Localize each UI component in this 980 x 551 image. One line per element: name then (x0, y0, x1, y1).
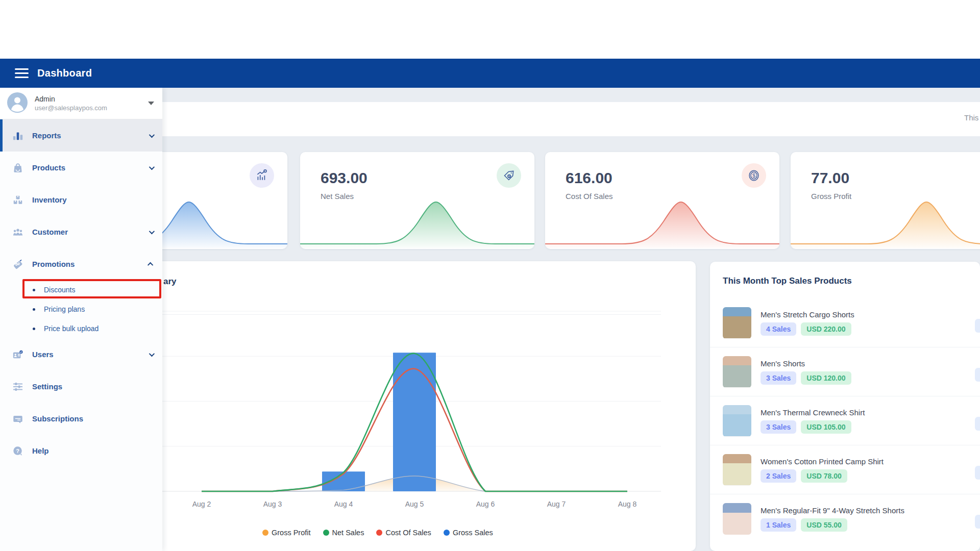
stat-value: 693.00 (321, 169, 368, 187)
bullet-icon (33, 328, 35, 330)
chevron-down-icon (149, 164, 155, 169)
price-tag-icon: $ (497, 163, 521, 188)
legend-dot-icon (376, 530, 382, 536)
sales-count-badge: 1 Sales (761, 518, 796, 532)
dollar-coin-icon: $ (742, 163, 766, 188)
top-products-panel: This Month Top Sales Products Men's Stre… (710, 262, 980, 551)
sidebar-menu: Reports Products Inventory Customer Prom… (0, 119, 162, 467)
sidebar-item-label: Inventory (32, 195, 153, 204)
sales-count-badge: 2 Sales (761, 469, 796, 483)
sidebar-item-help[interactable]: ? Help (0, 435, 162, 467)
bar-chart-icon (11, 130, 24, 142)
clipped-badge-edge (975, 368, 980, 382)
date-range-selector-label[interactable]: This (964, 113, 978, 122)
top-products-list: Men's Stretch Cargo Shorts 4 Sales USD 2… (710, 298, 980, 543)
account-email: user@salesplaypos.com (35, 104, 148, 112)
sidebar-item-label: Users (32, 350, 149, 359)
bullet-icon (33, 289, 35, 291)
sidebar-item-customer[interactable]: Customer (0, 216, 162, 248)
sales-count-badge: 4 Sales (761, 322, 796, 336)
x-axis-label: Aug 3 (263, 500, 282, 508)
product-name: Men's Thermal Crewneck Shirt (761, 408, 865, 417)
boxes-icon (11, 194, 24, 206)
product-image (723, 405, 751, 437)
legend-dot-icon (444, 530, 450, 536)
sidebar-item-subscriptions[interactable]: Subscriptions (0, 403, 162, 435)
sidebar-item-label: Settings (32, 382, 153, 391)
page-title: Dashboard (37, 67, 92, 79)
stat-value: 77.00 (811, 169, 849, 187)
x-axis-label: Aug 4 (334, 500, 353, 508)
product-name: Men's Regular-Fit 9" 4-Way Stretch Short… (761, 506, 904, 515)
chevron-down-icon[interactable] (148, 102, 154, 105)
product-name: Women's Cotton Printed Camp Shirt (761, 457, 884, 466)
sidebar: Admin user@salesplaypos.com Reports Prod… (0, 88, 162, 551)
sidebar-subitem-price-bulk-upload[interactable]: Price bulk upload (0, 319, 162, 338)
spark-curve (791, 195, 980, 248)
legend-item-gross-sales[interactable]: Gross Sales (444, 529, 493, 537)
legend-label: Gross Sales (453, 529, 493, 537)
avatar (7, 92, 28, 115)
legend-label: Cost Of Sales (385, 529, 431, 537)
product-image (723, 454, 751, 486)
sidebar-subitem-discounts[interactable]: Discounts (0, 280, 162, 299)
chart-legend: Gross ProfitNet SalesCost Of SalesGross … (262, 529, 493, 537)
chevron-down-icon (149, 228, 155, 234)
sidebar-item-users[interactable]: Users (0, 338, 162, 370)
price-badge: USD 220.00 (801, 322, 851, 336)
sidebar-item-label: Promotions (32, 260, 149, 268)
sidebar-item-inventory[interactable]: Inventory (0, 184, 162, 216)
product-image (723, 307, 751, 339)
legend-label: Gross Profit (272, 529, 311, 537)
sidebar-item-products[interactable]: Products (0, 152, 162, 184)
hamburger-menu-icon[interactable] (15, 68, 29, 78)
discount-tag-icon (11, 258, 24, 270)
sidebar-item-settings[interactable]: Settings (0, 370, 162, 403)
top-products-title: This Month Top Sales Products (723, 276, 852, 286)
sidebar-subitem-pricing-plans[interactable]: Pricing plans (0, 299, 162, 319)
top-product-row: Men's Thermal Crewneck Shirt 3 Sales USD… (710, 396, 980, 445)
price-badge: USD 105.00 (801, 420, 851, 434)
legend-item-net-sales[interactable]: Net Sales (323, 529, 364, 537)
stat-card-net-sales: 693.00Net Sales $ (300, 152, 534, 249)
x-axis-label: Aug 6 (476, 500, 495, 508)
spark-curve (545, 195, 779, 248)
sidebar-item-label: Subscriptions (32, 414, 153, 423)
top-product-row: Women's Cotton Printed Camp Shirt 2 Sale… (710, 445, 980, 494)
product-image (723, 503, 751, 535)
account-name: Admin (35, 95, 148, 103)
chevron-down-icon (149, 350, 155, 356)
top-product-row: Men's Regular-Fit 9" 4-Way Stretch Short… (710, 494, 980, 543)
id-card-icon (11, 348, 24, 361)
spark-curve (300, 195, 534, 248)
account-menu[interactable]: Admin user@salesplaypos.com (0, 88, 162, 119)
shopping-bag-icon (11, 162, 24, 174)
app-header: Dashboard (0, 59, 980, 88)
legend-dot-icon (262, 530, 268, 536)
price-badge: USD 120.00 (801, 371, 851, 385)
sidebar-item-reports[interactable]: Reports (0, 119, 162, 152)
product-image (723, 356, 751, 388)
top-product-row: Men's Stretch Cargo Shorts 4 Sales USD 2… (710, 298, 980, 347)
price-badge: USD 78.00 (801, 469, 847, 483)
sales-count-badge: 3 Sales (761, 371, 796, 385)
bullet-icon (33, 308, 35, 311)
people-icon (11, 226, 24, 238)
stat-value: 616.00 (566, 169, 612, 187)
clipped-badge-edge (975, 466, 980, 480)
price-badge: USD 55.00 (801, 518, 847, 532)
clipped-badge-edge (975, 515, 980, 529)
clipped-badge-edge (975, 417, 980, 431)
sidebar-item-promotions[interactable]: Promotions (0, 248, 162, 280)
legend-item-gross-profit[interactable]: Gross Profit (262, 529, 311, 537)
x-axis-label: Aug 2 (192, 500, 211, 508)
legend-item-cost-of-sales[interactable]: Cost Of Sales (376, 529, 431, 537)
svg-text:?: ? (16, 447, 19, 454)
legend-dot-icon (323, 530, 329, 536)
x-axis-label: Aug 5 (405, 500, 424, 508)
sidebar-item-label: Reports (32, 131, 149, 140)
stat-card-gross-profit: 77.00Gross Profit (791, 152, 980, 249)
sidebar-item-label: Customer (32, 228, 149, 236)
sidebar-item-label: Products (32, 163, 149, 172)
product-name: Men's Stretch Cargo Shorts (761, 310, 854, 319)
